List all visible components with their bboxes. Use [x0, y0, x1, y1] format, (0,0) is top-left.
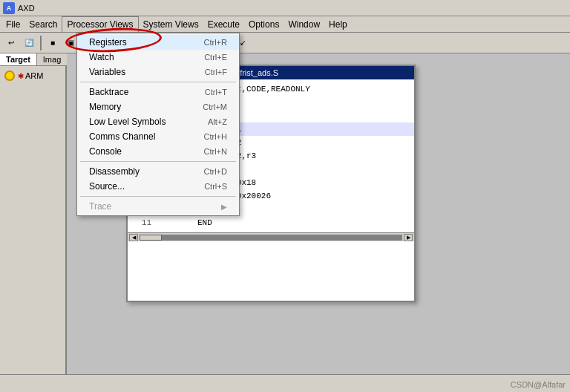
- line-num-11: 11: [131, 218, 151, 227]
- menu-item-backtrace-shortcut: Ctrl+T: [205, 88, 227, 97]
- menu-item-source-label: Source...: [89, 181, 125, 192]
- menu-item-disassembly[interactable]: Disassembly Ctrl+D: [77, 164, 239, 179]
- menu-item-console[interactable]: Console Ctrl+N: [77, 144, 239, 159]
- scroll-thumb[interactable]: [140, 235, 162, 241]
- menu-item-trace-label: Trace: [89, 201, 111, 212]
- separator-1: [80, 82, 236, 82]
- menu-item-variables-label: Variables: [89, 67, 125, 77]
- app-title: AXD: [18, 4, 35, 13]
- menu-item-memory[interactable]: Memory Ctrl+M: [77, 99, 239, 114]
- menu-item-console-label: Console: [89, 146, 122, 157]
- scroll-track[interactable]: [140, 235, 402, 241]
- menu-item-watch[interactable]: Watch Ctrl+E: [77, 50, 239, 65]
- menu-item-source-shortcut: Ctrl+S: [204, 182, 227, 191]
- processor-views-dropdown: Registers Ctrl+R Watch Ctrl+E Variables …: [76, 33, 240, 216]
- menu-item-low-level-symbols[interactable]: Low Level Symbols Alt+Z: [77, 114, 239, 129]
- trace-arrow-icon: ▶: [221, 203, 227, 211]
- scroll-right-arrow[interactable]: ▶: [404, 234, 413, 241]
- menu-file[interactable]: File: [1, 16, 24, 32]
- menu-item-variables-shortcut: Ctrl+F: [205, 68, 227, 76]
- panel-item-label: ARM: [25, 71, 43, 80]
- toolbar-btn-3[interactable]: ■: [45, 35, 61, 51]
- code-line-11: 11 END: [128, 216, 414, 229]
- separator-2: [80, 161, 236, 162]
- line-code-11: END: [197, 218, 212, 227]
- menu-item-disassembly-label: Disassembly: [89, 166, 140, 177]
- watermark: CSDN@Alfafar: [511, 380, 566, 389]
- menu-item-variables[interactable]: Variables Ctrl+F: [77, 65, 239, 79]
- menu-item-comms-shortcut: Ctrl+H: [204, 132, 227, 141]
- panel-item-star: ✱: [18, 72, 24, 80]
- toolbar-separator-1: [40, 36, 42, 50]
- scroll-left-arrow[interactable]: ◀: [129, 234, 138, 241]
- menu-item-registers-label: Registers: [89, 37, 127, 48]
- panel-item-arm: ✱ ARM: [3, 69, 62, 82]
- menu-item-watch-shortcut: Ctrl+E: [204, 53, 227, 62]
- menu-options[interactable]: Options: [244, 16, 284, 32]
- tab-image[interactable]: Imag: [37, 53, 68, 65]
- code-scrollbar[interactable]: ◀ ▶: [128, 232, 414, 241]
- menu-window[interactable]: Window: [284, 16, 324, 32]
- menu-item-backtrace[interactable]: Backtrace Ctrl+T: [77, 85, 239, 99]
- menu-item-trace[interactable]: Trace ▶: [77, 199, 239, 214]
- line-arrow-11: [157, 218, 168, 228]
- menu-item-console-shortcut: Ctrl+N: [204, 147, 227, 156]
- toolbar-btn-1[interactable]: ↩: [3, 35, 19, 51]
- menu-execute[interactable]: Execute: [203, 16, 244, 32]
- title-bar: A AXD: [0, 0, 570, 16]
- menu-processor-views[interactable]: Processor Views: [62, 16, 138, 32]
- menu-item-disassembly-shortcut: Ctrl+D: [204, 167, 227, 176]
- menu-item-lls-shortcut: Alt+Z: [208, 117, 227, 126]
- menu-item-watch-label: Watch: [89, 52, 114, 62]
- menu-item-source[interactable]: Source... Ctrl+S: [77, 179, 239, 194]
- separator-3: [80, 196, 236, 197]
- menu-item-lls-label: Low Level Symbols: [89, 117, 166, 127]
- menu-item-comms-channel[interactable]: Comms Channel Ctrl+H: [77, 129, 239, 144]
- app-icon: A: [3, 2, 15, 14]
- menu-item-backtrace-label: Backtrace: [89, 87, 128, 97]
- menu-help[interactable]: Help: [324, 16, 352, 32]
- menu-search[interactable]: Search: [24, 16, 62, 32]
- left-panel: Target Imag ✱ ARM: [0, 53, 67, 374]
- menu-system-views[interactable]: System Views: [139, 16, 203, 32]
- menu-item-memory-shortcut: Ctrl+M: [203, 102, 227, 111]
- tab-target[interactable]: Target: [0, 53, 37, 65]
- menu-item-memory-label: Memory: [89, 102, 121, 112]
- toolbar-btn-2[interactable]: 🔄: [21, 35, 37, 51]
- menu-item-registers[interactable]: Registers Ctrl+R: [77, 35, 239, 50]
- menu-item-comms-label: Comms Channel: [89, 131, 155, 142]
- menu-item-registers-shortcut: Ctrl+R: [204, 38, 227, 47]
- panel-content: ✱ ARM: [0, 66, 65, 374]
- status-bar: [0, 374, 570, 392]
- panel-item-icon: [4, 71, 15, 81]
- panel-tabs: Target Imag: [0, 53, 65, 66]
- menu-bar: File Search Processor Views System Views…: [0, 16, 570, 33]
